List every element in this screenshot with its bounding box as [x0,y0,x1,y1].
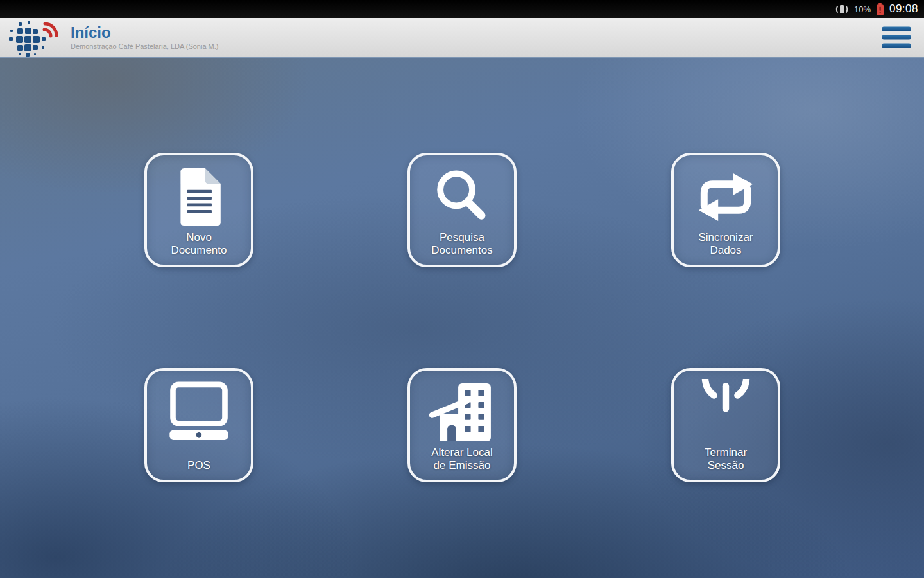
app-header: Início Demonstração Café Pastelaria, LDA… [0,18,924,58]
app-screen: 10% 09:08 [0,0,924,578]
app-logo-icon [8,19,69,57]
tile-pos[interactable]: POS [144,368,253,482]
battery-percent: 10% [854,4,871,14]
building-icon [426,380,498,444]
tile-label: SincronizarDados [676,231,775,257]
tile-terminar-sessao[interactable]: TerminarSessão [671,368,780,482]
sync-icon [688,164,764,230]
tile-label: Alterar Localde Emissão [413,446,511,472]
tile-sincronizar-dados[interactable]: SincronizarDados [671,153,780,267]
header-title-block: Início Demonstração Café Pastelaria, LDA… [71,24,219,50]
pos-monitor-icon [163,381,235,444]
vibrate-icon [835,4,849,15]
tile-alterar-local-de-emissao[interactable]: Alterar Localde Emissão [407,368,517,482]
tile-label: PesquisaDocumentos [413,231,511,257]
status-clock: 09:08 [889,3,918,15]
new-document-icon [174,164,224,230]
tile-label: NovoDocumento [150,231,248,257]
page-subtitle: Demonstração Café Pastelaria, LDA (Sonia… [71,42,219,50]
tile-label: TerminarSessão [676,446,775,472]
page-title: Início [71,24,219,40]
tile-novo-documento[interactable]: NovoDocumento [144,153,253,267]
menu-button[interactable] [879,24,914,51]
home-background: NovoDocumento PesquisaDocumentos [0,58,924,578]
battery-low-icon [876,3,884,15]
tile-label: POS [150,459,248,472]
status-bar: 10% 09:08 [0,0,924,18]
tile-pesquisa-documentos[interactable]: PesquisaDocumentos [407,153,517,267]
hamburger-menu-icon [882,27,911,48]
power-icon [692,379,759,446]
search-icon [431,166,493,229]
